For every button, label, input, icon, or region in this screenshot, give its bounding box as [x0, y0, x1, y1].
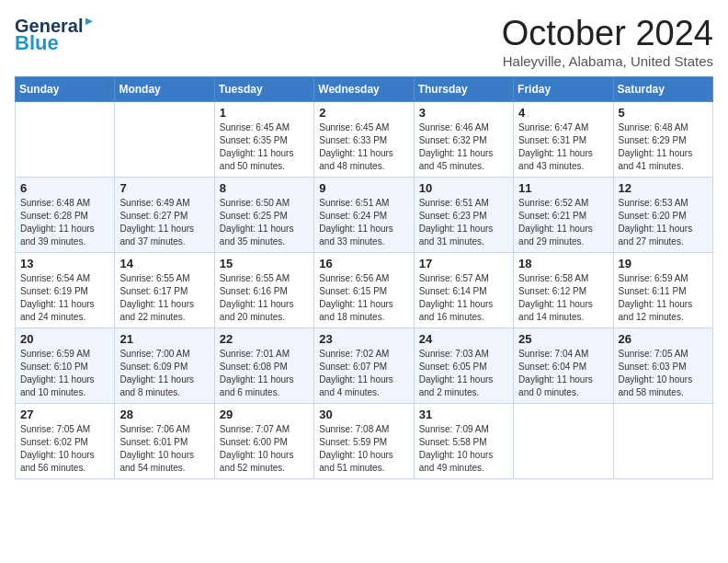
calendar-body: 1Sunrise: 6:45 AMSunset: 6:35 PMDaylight… — [16, 101, 713, 478]
day-info: Sunrise: 6:52 AMSunset: 6:21 PMDaylight:… — [518, 197, 608, 248]
day-header-saturday: Saturday — [613, 76, 712, 101]
day-info: Sunrise: 6:59 AMSunset: 6:10 PMDaylight:… — [20, 348, 109, 399]
calendar-cell: 10Sunrise: 6:51 AMSunset: 6:23 PMDayligh… — [414, 177, 513, 252]
week-row-3: 13Sunrise: 6:54 AMSunset: 6:19 PMDayligh… — [16, 252, 713, 327]
calendar-cell: 24Sunrise: 7:03 AMSunset: 6:05 PMDayligh… — [414, 327, 513, 403]
week-row-1: 1Sunrise: 6:45 AMSunset: 6:35 PMDaylight… — [16, 101, 713, 177]
calendar-cell: 26Sunrise: 7:05 AMSunset: 6:03 PMDayligh… — [613, 327, 712, 403]
day-info: Sunrise: 6:53 AMSunset: 6:20 PMDaylight:… — [619, 197, 708, 248]
day-number: 20 — [20, 332, 109, 346]
calendar-table: SundayMondayTuesdayWednesdayThursdayFrid… — [15, 76, 713, 479]
calendar-header-row: SundayMondayTuesdayWednesdayThursdayFrid… — [16, 76, 713, 101]
day-info: Sunrise: 6:48 AMSunset: 6:28 PMDaylight:… — [20, 197, 109, 248]
day-number: 17 — [419, 257, 508, 270]
calendar-cell: 28Sunrise: 7:06 AMSunset: 6:01 PMDayligh… — [115, 403, 214, 478]
day-number: 9 — [319, 181, 408, 195]
day-number: 7 — [119, 181, 209, 195]
day-info: Sunrise: 6:46 AMSunset: 6:32 PMDaylight:… — [419, 121, 508, 173]
day-info: Sunrise: 7:00 AMSunset: 6:09 PMDaylight:… — [119, 348, 209, 399]
calendar-cell: 25Sunrise: 7:04 AMSunset: 6:04 PMDayligh… — [514, 327, 613, 403]
day-number: 28 — [119, 408, 209, 421]
day-number: 5 — [619, 106, 708, 120]
title-area: October 2024 Haleyville, Alabama, United… — [502, 15, 713, 69]
day-number: 14 — [119, 257, 209, 270]
calendar-cell: 12Sunrise: 6:53 AMSunset: 6:20 PMDayligh… — [613, 177, 712, 252]
calendar-cell — [16, 101, 115, 177]
day-info: Sunrise: 7:07 AMSunset: 6:00 PMDaylight:… — [220, 423, 309, 475]
day-info: Sunrise: 7:03 AMSunset: 6:05 PMDaylight:… — [419, 348, 508, 399]
calendar-cell — [613, 403, 712, 478]
calendar-cell: 22Sunrise: 7:01 AMSunset: 6:08 PMDayligh… — [214, 327, 313, 403]
day-number: 22 — [220, 332, 309, 346]
day-info: Sunrise: 7:09 AMSunset: 5:58 PMDaylight:… — [419, 423, 508, 475]
location: Haleyville, Alabama, United States — [502, 53, 713, 69]
day-number: 10 — [419, 181, 508, 195]
day-info: Sunrise: 6:58 AMSunset: 6:12 PMDaylight:… — [518, 272, 608, 324]
calendar-cell: 2Sunrise: 6:45 AMSunset: 6:33 PMDaylight… — [314, 101, 414, 177]
day-info: Sunrise: 6:49 AMSunset: 6:27 PMDaylight:… — [119, 197, 209, 248]
month-title: October 2024 — [502, 15, 713, 53]
calendar-cell: 23Sunrise: 7:02 AMSunset: 6:07 PMDayligh… — [314, 327, 414, 403]
day-number: 15 — [220, 257, 309, 270]
day-info: Sunrise: 7:05 AMSunset: 6:03 PMDaylight:… — [619, 348, 708, 399]
day-number: 25 — [518, 332, 608, 346]
day-info: Sunrise: 6:51 AMSunset: 6:24 PMDaylight:… — [319, 197, 408, 248]
day-info: Sunrise: 6:45 AMSunset: 6:35 PMDaylight:… — [220, 121, 309, 173]
logo: General► Blue — [15, 15, 95, 54]
day-header-sunday: Sunday — [16, 76, 115, 101]
calendar-cell: 27Sunrise: 7:05 AMSunset: 6:02 PMDayligh… — [16, 403, 115, 478]
calendar-cell: 1Sunrise: 6:45 AMSunset: 6:35 PMDaylight… — [214, 101, 313, 177]
calendar-cell: 21Sunrise: 7:00 AMSunset: 6:09 PMDayligh… — [115, 327, 214, 403]
calendar-cell — [115, 101, 214, 177]
calendar-cell — [514, 403, 613, 478]
calendar-cell: 11Sunrise: 6:52 AMSunset: 6:21 PMDayligh… — [514, 177, 613, 252]
calendar-cell: 16Sunrise: 6:56 AMSunset: 6:15 PMDayligh… — [314, 252, 414, 327]
day-number: 4 — [518, 106, 608, 120]
calendar-cell: 14Sunrise: 6:55 AMSunset: 6:17 PMDayligh… — [115, 252, 214, 327]
day-number: 30 — [319, 408, 408, 421]
day-info: Sunrise: 6:54 AMSunset: 6:19 PMDaylight:… — [20, 272, 109, 324]
calendar-cell: 5Sunrise: 6:48 AMSunset: 6:29 PMDaylight… — [613, 101, 712, 177]
day-number: 27 — [20, 408, 109, 421]
day-info: Sunrise: 6:56 AMSunset: 6:15 PMDaylight:… — [319, 272, 408, 324]
day-info: Sunrise: 6:45 AMSunset: 6:33 PMDaylight:… — [319, 121, 408, 173]
day-info: Sunrise: 6:48 AMSunset: 6:29 PMDaylight:… — [619, 121, 708, 173]
day-header-friday: Friday — [514, 76, 613, 101]
day-number: 11 — [518, 181, 608, 195]
calendar-cell: 20Sunrise: 6:59 AMSunset: 6:10 PMDayligh… — [16, 327, 115, 403]
day-number: 24 — [419, 332, 508, 346]
week-row-4: 20Sunrise: 6:59 AMSunset: 6:10 PMDayligh… — [16, 327, 713, 403]
day-number: 29 — [220, 408, 309, 421]
day-info: Sunrise: 6:55 AMSunset: 6:16 PMDaylight:… — [220, 272, 309, 324]
day-info: Sunrise: 6:57 AMSunset: 6:14 PMDaylight:… — [419, 272, 508, 324]
page-header: General► Blue October 2024 Haleyville, A… — [15, 15, 713, 69]
day-header-monday: Monday — [115, 76, 214, 101]
day-header-wednesday: Wednesday — [314, 76, 414, 101]
calendar-cell: 6Sunrise: 6:48 AMSunset: 6:28 PMDaylight… — [16, 177, 115, 252]
day-info: Sunrise: 7:01 AMSunset: 6:08 PMDaylight:… — [220, 348, 309, 399]
day-number: 2 — [319, 106, 408, 120]
day-info: Sunrise: 7:06 AMSunset: 6:01 PMDaylight:… — [119, 423, 209, 475]
calendar-cell: 29Sunrise: 7:07 AMSunset: 6:00 PMDayligh… — [214, 403, 313, 478]
day-number: 6 — [20, 181, 109, 195]
day-number: 13 — [20, 257, 109, 270]
calendar-cell: 8Sunrise: 6:50 AMSunset: 6:25 PMDaylight… — [214, 177, 313, 252]
day-number: 26 — [619, 332, 708, 346]
day-number: 31 — [419, 408, 508, 421]
calendar-cell: 13Sunrise: 6:54 AMSunset: 6:19 PMDayligh… — [16, 252, 115, 327]
day-number: 1 — [220, 106, 309, 120]
calendar-cell: 15Sunrise: 6:55 AMSunset: 6:16 PMDayligh… — [214, 252, 313, 327]
week-row-5: 27Sunrise: 7:05 AMSunset: 6:02 PMDayligh… — [16, 403, 713, 478]
logo-blue: Blue — [15, 32, 59, 54]
day-header-thursday: Thursday — [414, 76, 513, 101]
day-number: 12 — [619, 181, 708, 195]
week-row-2: 6Sunrise: 6:48 AMSunset: 6:28 PMDaylight… — [16, 177, 713, 252]
calendar-cell: 19Sunrise: 6:59 AMSunset: 6:11 PMDayligh… — [613, 252, 712, 327]
day-number: 23 — [319, 332, 408, 346]
day-number: 8 — [220, 181, 309, 195]
day-info: Sunrise: 7:04 AMSunset: 6:04 PMDaylight:… — [518, 348, 608, 399]
day-info: Sunrise: 6:50 AMSunset: 6:25 PMDaylight:… — [220, 197, 309, 248]
day-info: Sunrise: 6:51 AMSunset: 6:23 PMDaylight:… — [419, 197, 508, 248]
calendar-cell: 18Sunrise: 6:58 AMSunset: 6:12 PMDayligh… — [514, 252, 613, 327]
calendar-cell: 7Sunrise: 6:49 AMSunset: 6:27 PMDaylight… — [115, 177, 214, 252]
